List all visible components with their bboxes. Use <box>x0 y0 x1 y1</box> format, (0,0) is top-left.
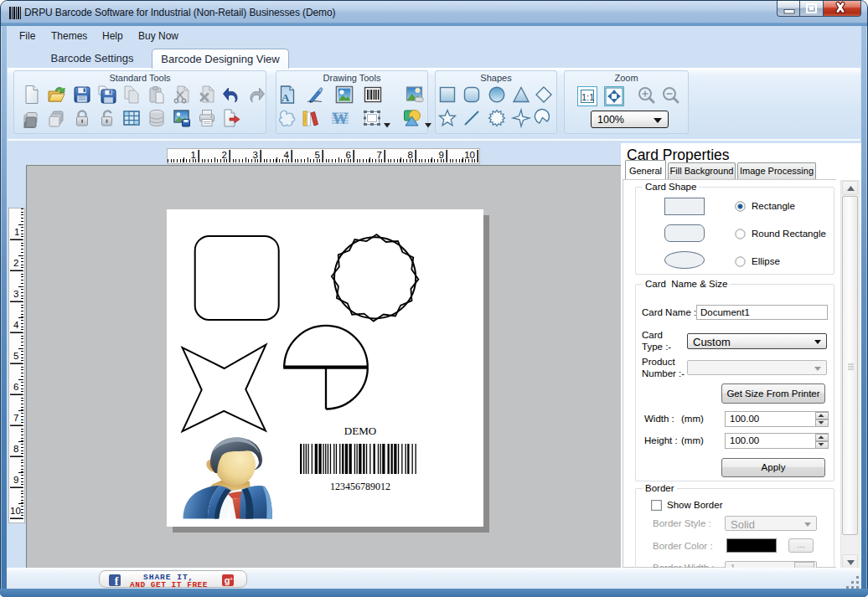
svg-text:123456789012: 123456789012 <box>330 481 390 492</box>
svg-text:DEMO: DEMO <box>344 425 376 437</box>
svg-text:4: 4 <box>284 150 290 160</box>
svg-text:2: 2 <box>222 150 227 160</box>
svg-text:2: 2 <box>13 258 18 268</box>
svg-text:5: 5 <box>13 351 18 361</box>
svg-text:7: 7 <box>377 150 382 160</box>
svg-text:9: 9 <box>13 475 18 485</box>
svg-text:8: 8 <box>408 150 413 160</box>
svg-text:10: 10 <box>10 506 21 516</box>
svg-text:8: 8 <box>13 444 18 454</box>
svg-text:A: A <box>282 91 290 104</box>
svg-text:10: 10 <box>464 150 475 160</box>
svg-text:6: 6 <box>346 150 351 160</box>
svg-text:5: 5 <box>315 150 320 160</box>
svg-text:3: 3 <box>13 289 18 299</box>
svg-text:W: W <box>333 110 349 127</box>
svg-text:+: + <box>230 575 234 583</box>
svg-text:1: 1 <box>191 150 196 160</box>
svg-text:7: 7 <box>13 413 18 423</box>
svg-text:1: 1 <box>14 227 19 237</box>
svg-text:3: 3 <box>253 150 258 160</box>
svg-text:9: 9 <box>439 150 444 160</box>
svg-text:6: 6 <box>13 382 18 392</box>
svg-text:4: 4 <box>13 320 19 330</box>
svg-text:f: f <box>115 575 119 586</box>
